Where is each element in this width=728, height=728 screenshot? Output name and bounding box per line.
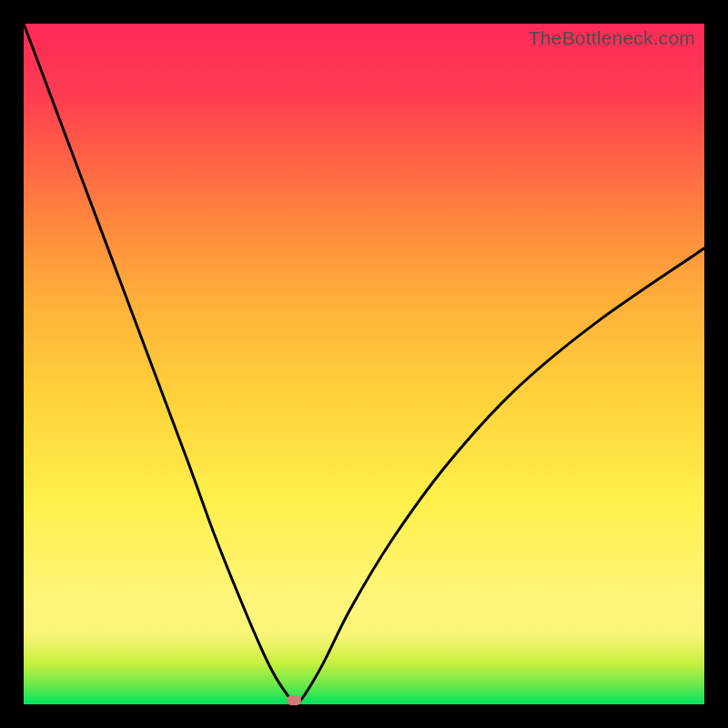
chart-frame: TheBottleneck.com	[0, 0, 728, 728]
bottleneck-curve	[24, 24, 704, 704]
plot-area: TheBottleneck.com	[24, 24, 704, 704]
optimal-marker	[287, 695, 301, 705]
